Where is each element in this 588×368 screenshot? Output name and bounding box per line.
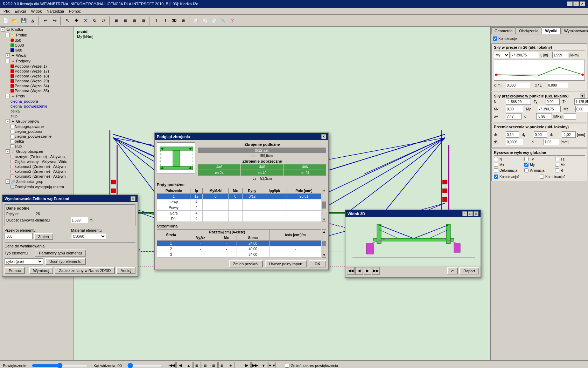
kombinacje-checkbox[interactable] <box>493 36 497 41</box>
menu-narzedzia[interactable]: Narzędzia <box>44 9 66 14</box>
tree-d50[interactable]: d50 <box>0 38 73 43</box>
tab-obciazenia[interactable]: Obciążenia <box>516 27 541 34</box>
dz-value[interactable] <box>562 131 576 138</box>
menu-plik[interactable]: Plik <box>1 9 12 14</box>
chk-deformacja[interactable] <box>494 168 498 172</box>
table-row-dol[interactable]: Dół 4 <box>157 216 321 222</box>
ty-value[interactable] <box>546 98 560 105</box>
3d-nav3[interactable]: ▶ <box>364 267 371 275</box>
menu-pomoc[interactable]: Pomoc <box>67 9 83 14</box>
chk-mx[interactable] <box>494 163 498 167</box>
tree-profile-folder[interactable]: − 📁 Profile <box>0 32 73 38</box>
nav-btn-next[interactable]: ▶ <box>243 362 251 368</box>
expand-zaleznosci[interactable]: − <box>6 179 10 184</box>
dx-value[interactable] <box>506 131 519 138</box>
force-value-input[interactable] <box>511 52 539 58</box>
dialog-3d-close[interactable]: ✕ <box>474 211 478 216</box>
tree-grupy-obciazen-folder[interactable]: − ↓ Grupy obciążeń <box>0 149 73 154</box>
dialog-3d-titlebar[interactable]: Widok 3D − □ ✕ <box>345 210 481 217</box>
tb-rotate[interactable]: ↻ <box>90 16 99 25</box>
close-button[interactable]: ✕ <box>580 1 585 6</box>
tb-import[interactable]: ⬆ <box>152 16 160 25</box>
strzem-row-3[interactable]: 3 - - 24.00 <box>157 252 321 258</box>
tree-podpora1[interactable]: Podpora (Węzeł 1) <box>0 64 73 69</box>
mx-value[interactable] <box>506 106 523 112</box>
angle-slider[interactable] <box>127 363 162 368</box>
tb-bar3[interactable]: ▦ <box>130 16 139 25</box>
3d-nav2[interactable]: ◀ <box>355 267 363 275</box>
xl-input[interactable] <box>547 82 568 88</box>
menu-widok[interactable]: Widok <box>29 9 44 14</box>
table-row-selected[interactable]: 1 12 0 0 0/12 96.51 <box>157 194 321 199</box>
tree-kolumna1[interactable]: kolumna1 (Zmienne) - Aktywn <box>0 164 73 169</box>
dialog-reinforcement-close[interactable]: ✕ <box>321 134 326 139</box>
expand-podpory[interactable]: − <box>6 59 10 63</box>
btn-pelny-raport[interactable]: Utwórz pełny raport <box>265 260 307 267</box>
tree-podpora17[interactable]: Podpora (Węzeł 17) <box>0 69 73 74</box>
tree-niepogrupowane[interactable]: Niepogrupowane <box>0 124 73 129</box>
btn-parametry[interactable]: Parametry typu elementu <box>35 250 86 257</box>
tb-new[interactable]: 📄 <box>1 16 10 25</box>
tz-value[interactable] <box>574 98 588 105</box>
sigma-minus-value[interactable] <box>536 113 552 120</box>
tb-mirror[interactable]: ⇄ <box>99 16 108 25</box>
nav-btn-view2[interactable]: ▦ <box>202 362 209 368</box>
tree-slup2[interactable]: slup <box>0 144 73 149</box>
btn-zapisz[interactable]: Zapisz zmiany w Rama 2D/3D <box>55 267 115 274</box>
x-input[interactable] <box>506 82 530 88</box>
tb-results3[interactable]: 📉 <box>210 16 218 25</box>
scroll-up-arrow[interactable]: ▲ <box>323 189 326 192</box>
nav-btn-view3[interactable]: ▦ <box>210 362 218 368</box>
tree-slup[interactable]: slup <box>0 114 73 118</box>
typ-select[interactable]: pylon (proj) <box>5 258 43 265</box>
expand-grupy-obciazen[interactable]: − <box>6 149 10 154</box>
force-type-select[interactable]: My N Ty Tz Mx Mz <box>494 52 510 58</box>
tb-save[interactable]: 💾 <box>20 16 28 25</box>
chk-tz[interactable] <box>555 157 559 161</box>
maximize-button[interactable]: □ <box>573 1 579 6</box>
btn-wymiaruj[interactable]: Wymiaruj <box>29 267 54 274</box>
tree-rozmyte[interactable]: rozmyte (Zmienne) - Aktywna, <box>0 154 73 159</box>
tree-ciegna-podwies[interactable]: ciegna_podwieszenie <box>0 104 73 109</box>
nav-btn-view4[interactable]: ▦ <box>218 362 226 368</box>
nav-btn-view5[interactable]: ⊕ <box>227 362 234 368</box>
tb-redo[interactable]: ↪ <box>50 16 59 25</box>
tree-kolumna3[interactable]: kolumna3 (Zmienne) - Aktywn <box>0 174 73 179</box>
tab-geometria[interactable]: Geometria <box>491 27 516 34</box>
chk-kombinacja1[interactable] <box>494 175 498 179</box>
sigma-p-value[interactable] <box>564 113 576 120</box>
tree-ciegna-podpora2[interactable]: ciegna_podpora <box>0 129 73 134</box>
nav-btn-down[interactable]: ▼ <box>260 362 267 368</box>
tree-c600[interactable]: C600 <box>0 43 73 48</box>
zoom-slider[interactable] <box>32 363 88 368</box>
btn-ok-reinforcement[interactable]: OK <box>309 260 326 267</box>
nav-btn-down2[interactable]: ▼▼ <box>268 362 276 368</box>
material-select[interactable]: C50/60 <box>71 233 106 239</box>
strzem-scroll-down[interactable]: ▼ <box>323 253 326 257</box>
tree-ciegna-podpora[interactable]: ciegna_podpora <box>0 99 73 104</box>
expand-profile[interactable]: − <box>6 33 10 37</box>
minimize-button[interactable]: − <box>567 1 573 6</box>
nav-btn-up[interactable]: ▲ <box>185 362 192 368</box>
tree-wezly-folder[interactable]: + ✦ Węzły <box>0 53 73 58</box>
tree-belka2[interactable]: belka <box>0 139 73 144</box>
strzem-scrollbar-v[interactable]: ▲ ▼ <box>322 229 326 258</box>
nav-btn-prev[interactable]: ◀ <box>176 362 184 368</box>
tb-export[interactable]: ⬇ <box>161 16 169 25</box>
btn-zmien-przekroj-sizing[interactable]: Zmień <box>34 233 53 240</box>
expand-grupy-pretow[interactable]: − <box>6 119 10 123</box>
tb-3d[interactable]: 3D <box>170 16 178 25</box>
tree-kolumna2[interactable]: kolumna2 (Zmienne) - Aktywn <box>0 169 73 174</box>
dlugosc-input[interactable] <box>71 217 88 223</box>
chk-animacja[interactable] <box>524 168 528 172</box>
dialog-3d-max[interactable]: □ <box>468 211 473 216</box>
tree-podpory-folder[interactable]: − 🔺 Podpory <box>0 58 73 64</box>
sily-collapse-btn[interactable]: ▼ <box>580 94 585 98</box>
tree-prety-folder[interactable]: − ━ Pręty <box>0 93 73 99</box>
btn-zmien-przekroj[interactable]: Zmień przekrój <box>229 260 263 267</box>
menu-edycja[interactable]: Edycja <box>13 9 28 14</box>
nav-btn-view1[interactable]: ▦ <box>193 362 201 368</box>
table-row-prawy[interactable]: Prawy 4 <box>157 205 321 211</box>
tree-podpora18[interactable]: Podpora (Węzeł 18) <box>0 74 73 79</box>
tree-podpora35[interactable]: Podpora (Węzeł 35) <box>0 88 73 93</box>
